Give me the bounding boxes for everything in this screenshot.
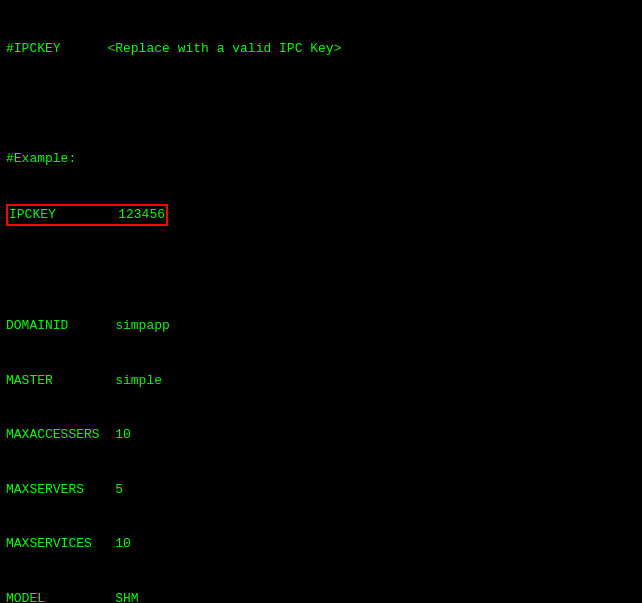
line-ipckey-comment: #IPCKEY <Replace with a valid IPC Key> <box>6 40 636 58</box>
line-maxservers: MAXSERVERS 5 <box>6 481 636 499</box>
line-master: MASTER simple <box>6 372 636 390</box>
line-empty-1 <box>6 95 636 113</box>
line-example-1: #Example: <box>6 150 636 168</box>
line-domainid: DOMAINID simpapp <box>6 317 636 335</box>
line-empty-2 <box>6 263 636 281</box>
line-model: MODEL SHM <box>6 590 636 603</box>
line-maxaccessers: MAXACCESSERS 10 <box>6 426 636 444</box>
line-maxservices: MAXSERVICES 10 <box>6 535 636 553</box>
terminal-content: #IPCKEY <Replace with a valid IPC Key> #… <box>6 4 636 603</box>
line-ipckey-value: IPCKEY 123456 <box>6 204 636 226</box>
ipckey-highlight-box: IPCKEY 123456 <box>6 204 168 226</box>
